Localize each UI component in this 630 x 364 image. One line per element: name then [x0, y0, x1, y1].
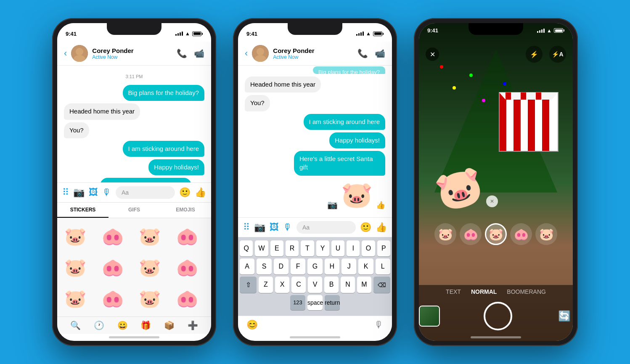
video-button-1[interactable]: 📹	[194, 48, 204, 58]
gift-sticker-icon[interactable]: 🎁	[140, 320, 151, 330]
sticker-item[interactable]: 🐷	[61, 284, 90, 313]
key-O[interactable]: O	[362, 240, 375, 256]
key-L[interactable]: L	[376, 258, 390, 274]
key-V[interactable]: V	[308, 277, 322, 293]
camera-icon-2[interactable]: 📷	[254, 222, 265, 233]
mode-boomerang[interactable]: BOOMERANG	[507, 288, 546, 295]
text-input-1[interactable]: Aa	[116, 186, 175, 199]
close-camera-button[interactable]: ✕	[426, 47, 439, 61]
key-K[interactable]: K	[358, 258, 373, 274]
video-button-2[interactable]: 📹	[375, 48, 385, 58]
key-U[interactable]: U	[331, 240, 344, 256]
emoji-icon[interactable]: 🙂	[179, 187, 191, 198]
return-key[interactable]: return	[325, 295, 340, 310]
call-button-1[interactable]: 📞	[177, 48, 187, 58]
sticker-item[interactable]: 🐷	[61, 253, 90, 282]
shutter-button[interactable]	[484, 302, 512, 330]
shift-key[interactable]: ⇧	[240, 277, 257, 293]
sticker-item[interactable]: 🐽	[98, 253, 127, 282]
flip-camera-button[interactable]: 🔄	[556, 308, 573, 324]
key-H[interactable]: H	[325, 258, 339, 274]
avatar-1	[71, 45, 88, 62]
sticker-option-3-selected[interactable]: 🐷	[485, 223, 507, 245]
sticker-item[interactable]: 🐽	[172, 253, 202, 282]
flash-auto-icon: ⚡A	[552, 51, 563, 58]
bubble-sent: Happy holidays!	[148, 159, 204, 175]
key-G[interactable]: G	[307, 258, 322, 274]
mode-text[interactable]: TEXT	[446, 288, 461, 295]
key-Q[interactable]: Q	[240, 240, 253, 256]
key-W[interactable]: W	[255, 240, 268, 256]
sticker-item[interactable]: 🐽	[172, 284, 202, 313]
camera-icon-small[interactable]: 📷	[327, 200, 338, 210]
key-F[interactable]: F	[291, 258, 305, 274]
image-icon-2[interactable]: 🖼	[270, 222, 279, 233]
keyboard-extras: 😊 🎙	[238, 316, 392, 334]
space-key[interactable]: space	[307, 295, 323, 310]
wifi-icon-3: ▲	[547, 28, 552, 34]
mic-icon-2[interactable]: 🎙	[283, 222, 292, 233]
key-N[interactable]: N	[341, 277, 355, 293]
sticker-item[interactable]: 🐷	[135, 284, 164, 313]
key-C[interactable]: C	[291, 277, 306, 293]
remove-sticker-button[interactable]: ✕	[486, 195, 498, 207]
flash-auto-button[interactable]: ⚡A	[549, 46, 566, 63]
tab-stickers[interactable]: STICKERS	[57, 203, 109, 218]
key-123[interactable]: 123	[290, 295, 305, 310]
back-button-2[interactable]: ‹	[245, 48, 248, 59]
sticker-option-1[interactable]: 🐷	[434, 223, 456, 245]
tab-emojis[interactable]: EMOJIS	[160, 203, 211, 218]
sticker-item[interactable]: 🐽	[98, 222, 127, 251]
sticker-option-5[interactable]: 🐷	[535, 223, 557, 245]
tab-gifs[interactable]: GIFS	[109, 203, 160, 218]
key-D[interactable]: D	[274, 258, 289, 274]
sticker-option-4[interactable]: 🐽	[510, 223, 532, 245]
box-sticker-icon[interactable]: 📦	[164, 320, 175, 330]
key-X[interactable]: X	[275, 277, 289, 293]
back-button-1[interactable]: ‹	[64, 48, 67, 59]
mode-normal[interactable]: NORMAL	[471, 288, 497, 295]
key-T[interactable]: T	[301, 240, 314, 256]
sticker-option-2[interactable]: 🐽	[460, 223, 482, 245]
emoji-sticker-icon[interactable]: 😀	[117, 320, 128, 330]
mic-keyboard-icon[interactable]: 🎙	[374, 319, 384, 330]
mic-icon[interactable]: 🎙	[102, 187, 111, 198]
call-button-2[interactable]: 📞	[357, 48, 368, 58]
search-sticker-icon[interactable]: 🔍	[70, 320, 81, 330]
key-A[interactable]: A	[240, 258, 254, 274]
message-row: I am sticking around here	[64, 141, 204, 157]
text-input-2[interactable]: Aa	[296, 221, 356, 234]
emoji-icon-2[interactable]: 🙂	[360, 222, 371, 233]
key-Z[interactable]: Z	[259, 277, 273, 293]
key-I[interactable]: I	[347, 240, 360, 256]
key-Y[interactable]: Y	[316, 240, 329, 256]
sticker-item[interactable]: 🐷	[135, 253, 164, 282]
key-R[interactable]: R	[286, 240, 299, 256]
grid-icon[interactable]: ⠿	[62, 187, 69, 198]
emoji-keyboard-icon[interactable]: 😊	[246, 319, 258, 330]
gallery-thumbnail[interactable]	[419, 306, 440, 327]
add-sticker-icon[interactable]: ➕	[188, 320, 198, 330]
sticker-item[interactable]: 🐷	[61, 222, 90, 251]
header-actions-1: 📞 📹	[177, 48, 204, 58]
grid-icon-2[interactable]: ⠿	[243, 222, 250, 233]
camera-icon[interactable]: 📷	[73, 187, 85, 198]
gift-box-area	[497, 90, 560, 153]
sticker-item[interactable]: 🐷	[135, 222, 164, 251]
recent-sticker-icon[interactable]: 🕐	[94, 320, 104, 330]
key-E[interactable]: E	[270, 240, 283, 256]
sticker-item[interactable]: 🐽	[98, 284, 127, 313]
key-J[interactable]: J	[341, 258, 356, 274]
light-purple	[482, 99, 485, 102]
sticker-item[interactable]: 🐽	[172, 222, 202, 251]
message-row: Here's a little secret Santa gift	[245, 151, 385, 176]
delete-key[interactable]: ⌫	[373, 277, 390, 293]
thumbs-up-send-icon-2[interactable]: 👍	[376, 222, 387, 233]
key-M[interactable]: M	[357, 277, 371, 293]
image-icon[interactable]: 🖼	[89, 187, 98, 198]
key-P[interactable]: P	[377, 240, 390, 256]
flash-off-button[interactable]: ⚡	[526, 46, 543, 63]
thumbs-up-send-icon[interactable]: 👍	[195, 187, 206, 198]
key-B[interactable]: B	[324, 277, 339, 293]
key-S[interactable]: S	[257, 258, 271, 274]
